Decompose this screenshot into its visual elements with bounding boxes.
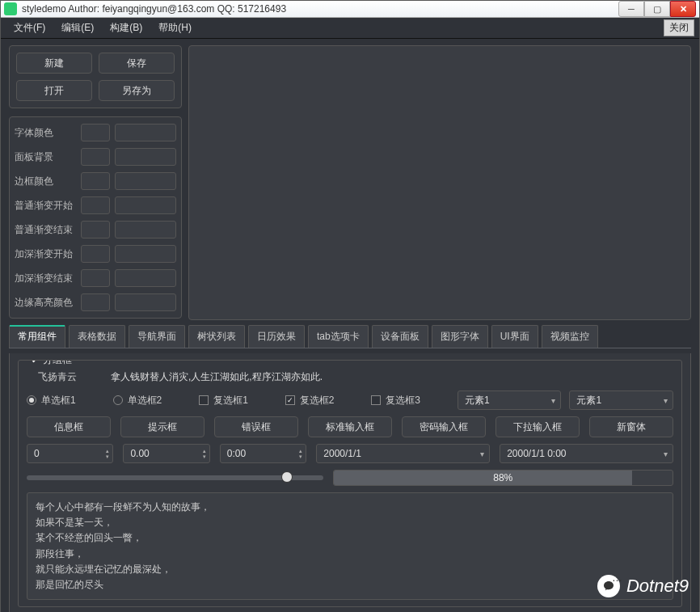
checkbox-icon	[371, 395, 381, 405]
panel-bg-input[interactable]	[115, 148, 176, 166]
checkbox-icon	[199, 395, 209, 405]
radio-2[interactable]: 单选框2	[113, 394, 192, 407]
slider-thumb[interactable]	[281, 471, 293, 483]
tab-iconfont[interactable]: 图形字体	[432, 325, 488, 348]
tab-bar: 常用组件 表格数据 导航界面 树状列表 日历效果 tab选项卡 设备面板 图形字…	[9, 325, 691, 348]
tab-common[interactable]: 常用组件	[9, 325, 65, 348]
normal-grad-end-swatch[interactable]	[81, 221, 110, 238]
combo-2[interactable]: 元素1	[569, 390, 673, 410]
menu-build[interactable]: 构建(B)	[102, 18, 150, 38]
tab-nav[interactable]: 导航界面	[129, 325, 185, 348]
group-title[interactable]: ✔ 分组框	[27, 360, 75, 367]
edge-highlight-label: 边缘高亮颜色	[15, 296, 76, 310]
menu-help[interactable]: 帮助(H)	[150, 18, 200, 38]
group-checkbox-icon: ✔	[30, 360, 40, 365]
font-color-swatch[interactable]	[81, 124, 110, 141]
normal-grad-start-label: 普通渐变开始	[15, 199, 76, 213]
edge-highlight-swatch[interactable]	[81, 293, 110, 311]
border-color-swatch[interactable]	[81, 172, 110, 190]
checkbox-3[interactable]: 复选框3	[371, 394, 449, 407]
tab-table[interactable]: 表格数据	[69, 325, 125, 348]
info-button[interactable]: 信息框	[27, 416, 111, 437]
border-color-label: 边框颜色	[15, 175, 76, 188]
combo-1[interactable]: 元素1	[458, 390, 562, 410]
panel-bg-label: 面板背景	[15, 150, 76, 164]
maximize-button[interactable]: ▢	[644, 1, 670, 17]
saveas-button[interactable]: 另存为	[99, 80, 175, 101]
menu-file[interactable]: 文件(F)	[6, 18, 53, 38]
normal-grad-start-swatch[interactable]	[81, 196, 110, 214]
newwin-button[interactable]: 新窗体	[589, 416, 673, 437]
stdin-button[interactable]: 标准输入框	[308, 416, 392, 437]
window-close-button[interactable]: ✕	[670, 1, 696, 17]
menu-edit[interactable]: 编辑(E)	[53, 18, 102, 38]
normal-grad-start-input[interactable]	[115, 196, 176, 214]
menu-bar: 文件(F) 编辑(E) 构建(B) 帮助(H) 关闭	[1, 18, 699, 39]
radio-icon	[27, 395, 36, 405]
tab-device[interactable]: 设备面板	[372, 325, 428, 348]
group-title-label: 分组框	[43, 360, 72, 367]
tab-ui[interactable]: UI界面	[491, 325, 538, 348]
slider[interactable]	[27, 475, 323, 480]
tab-video[interactable]: 视频监控	[542, 325, 598, 348]
preview-area	[188, 45, 691, 320]
tab-calendar[interactable]: 日历效果	[248, 325, 305, 348]
edge-highlight-input[interactable]	[115, 293, 176, 311]
slogan-text: 拿人钱财替人消灾,人生江湖如此,程序江湖亦如此.	[111, 370, 323, 384]
tip-button[interactable]: 提示框	[120, 416, 205, 437]
normal-grad-end-input[interactable]	[115, 221, 176, 238]
window-title: styledemo Author: feiyangqingyun@163.com…	[22, 3, 618, 15]
font-color-input[interactable]	[115, 124, 176, 141]
error-button[interactable]: 错误框	[214, 416, 298, 437]
dropin-button[interactable]: 下拉输入框	[495, 416, 580, 437]
close-button[interactable]: 关闭	[664, 19, 694, 36]
float-spinner[interactable]: 0.00	[123, 444, 209, 463]
deep-grad-end-label: 加深渐变结束	[15, 272, 76, 285]
radio-1[interactable]: 单选框1	[27, 394, 105, 407]
deep-grad-start-label: 加深渐变开始	[15, 247, 76, 261]
int-spinner[interactable]: 0	[27, 444, 113, 463]
app-icon	[4, 2, 17, 15]
checkbox-1[interactable]: 复选框1	[199, 394, 277, 407]
date-input[interactable]: 2000/1/1	[316, 444, 490, 463]
progress-label: 88%	[493, 472, 512, 483]
new-button[interactable]: 新建	[16, 53, 92, 74]
checkbox-2[interactable]: 复选框2	[285, 394, 364, 407]
checkbox-icon	[285, 395, 295, 405]
deep-grad-end-swatch[interactable]	[81, 269, 110, 287]
deep-grad-start-input[interactable]	[115, 245, 176, 263]
normal-grad-end-label: 普通渐变结束	[15, 223, 76, 237]
author-label: 飞扬青云	[27, 370, 88, 384]
progress-bar: 88%	[333, 470, 673, 486]
panel-bg-swatch[interactable]	[81, 148, 110, 166]
tab-tab[interactable]: tab选项卡	[308, 325, 369, 348]
tab-tree[interactable]: 树状列表	[188, 325, 245, 348]
deep-grad-start-swatch[interactable]	[81, 245, 110, 263]
file-toolbar: 新建 保存 打开 另存为	[9, 45, 182, 108]
color-config-panel: 字体颜色 面板背景 边框颜色 普通渐变开始 普通渐变结束 加深渐变开始 加深渐变…	[9, 116, 182, 319]
time-spinner[interactable]: 0:00	[220, 444, 306, 463]
save-button[interactable]: 保存	[99, 53, 175, 74]
titlebar: styledemo Author: feiyangqingyun@163.com…	[1, 1, 699, 18]
border-color-input[interactable]	[115, 172, 176, 190]
font-color-label: 字体颜色	[15, 126, 76, 140]
datetime-input[interactable]: 2000/1/1 0:00	[500, 444, 673, 463]
open-button[interactable]: 打开	[16, 80, 92, 101]
deep-grad-end-input[interactable]	[115, 269, 176, 287]
minimize-button[interactable]: ─	[618, 1, 644, 17]
radio-icon	[113, 395, 123, 405]
text-area[interactable]: 每个人心中都有一段鲜不为人知的故事， 如果不是某一天， 某个不经意的回头一瞥， …	[27, 492, 673, 600]
group-box: ✔ 分组框 飞扬青云 拿人钱财替人消灾,人生江湖如此,程序江湖亦如此. 单选框1…	[18, 360, 682, 607]
pwdin-button[interactable]: 密码输入框	[402, 416, 486, 437]
